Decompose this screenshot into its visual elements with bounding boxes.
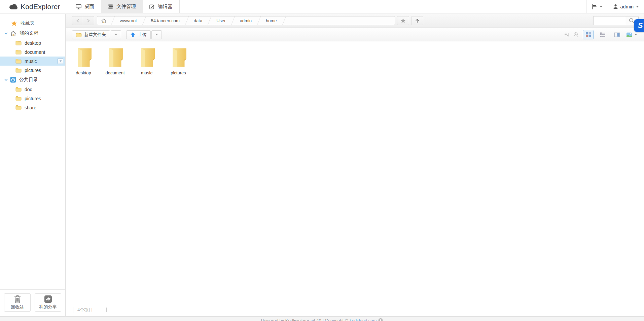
button-label: 上传 (138, 32, 147, 38)
arrow-up-icon (415, 19, 420, 23)
theme-icon (626, 32, 632, 37)
zoom-in-icon (573, 32, 579, 38)
folder-item[interactable]: document (99, 47, 131, 75)
language-menu[interactable] (586, 0, 608, 13)
chevron-down-icon (634, 34, 637, 36)
breadcrumb-item[interactable]: User (212, 18, 230, 23)
top-tabs: 桌面 文件管理 编辑器 (69, 0, 180, 13)
folder-name: pictures (163, 70, 194, 75)
search-group (593, 16, 639, 25)
breadcrumb-separator (281, 16, 287, 25)
search-input[interactable] (593, 16, 625, 25)
tab-desktop[interactable]: 桌面 (69, 0, 101, 13)
icons-view-icon (585, 32, 591, 37)
split-view-icon (614, 32, 620, 37)
folder-item[interactable]: music (131, 47, 163, 75)
view-icons-button[interactable] (583, 30, 594, 39)
folder-name: doc (25, 87, 32, 92)
breadcrumb-separator (141, 16, 147, 25)
breadcrumb-item[interactable]: data (189, 18, 207, 23)
sidebar-folder-item[interactable]: pictures (0, 66, 65, 75)
breadcrumb-item[interactable]: admin (236, 18, 256, 23)
folder-name: desktop (68, 70, 99, 75)
sidebar-section-public[interactable]: 公共目录 (0, 75, 65, 85)
sidebar-folder-item[interactable]: document (0, 47, 65, 57)
folder-icon (76, 32, 82, 37)
star-icon (400, 18, 406, 23)
recycle-bin-button[interactable]: 回收站 (4, 293, 31, 312)
breadcrumb-item[interactable]: home (261, 18, 281, 23)
item-dropdown-button[interactable] (58, 58, 63, 64)
favorite-path-button[interactable] (397, 16, 409, 25)
home-crumb-button[interactable] (97, 18, 110, 24)
extension-badge[interactable]: S (634, 19, 644, 32)
folder-icon (15, 105, 22, 110)
sidebar-folder-item[interactable]: desktop (0, 38, 65, 47)
tab-label: 编辑器 (158, 3, 173, 10)
folder-icon (15, 40, 22, 45)
my-share-button[interactable]: 我的分享 (35, 293, 61, 312)
back-button[interactable] (72, 16, 83, 25)
breadcrumb-segment: home (256, 16, 281, 25)
folder-icon (15, 68, 22, 73)
chevron-down-icon (59, 60, 62, 62)
folder-name: document (25, 49, 45, 55)
tab-file-manager[interactable]: 文件管理 (101, 0, 143, 13)
info-icon[interactable] (378, 318, 383, 321)
folder-item[interactable]: pictures (163, 47, 194, 75)
upload-button[interactable]: 上传 (126, 30, 151, 39)
sidebar-folder-item[interactable]: music (0, 57, 65, 66)
folder-icon (75, 47, 92, 68)
powered-by-text: Powered by KodExplorer v4.40 | Copyright… (261, 318, 348, 321)
folder-name: pictures (25, 68, 41, 73)
sidebar-folder-item[interactable]: share (0, 103, 65, 112)
folder-name: music (131, 70, 163, 75)
up-level-button[interactable] (411, 16, 423, 25)
folder-name: share (25, 105, 36, 110)
button-label: 回收站 (11, 304, 24, 310)
tabs-divider (179, 0, 180, 13)
breadcrumb-item[interactable]: wwwroot (115, 18, 141, 23)
user-menu[interactable]: admin (608, 0, 644, 13)
sort-icon (564, 32, 570, 37)
button-label: 我的分享 (39, 304, 57, 310)
sidebar-item-favorites[interactable]: 收藏夹 (0, 18, 65, 28)
view-split-button[interactable] (612, 30, 622, 39)
cloud-logo-icon (9, 3, 18, 10)
sidebar-folder-item[interactable]: doc (0, 85, 65, 94)
forward-button[interactable] (83, 16, 94, 25)
new-folder-group: 新建文件夹 (72, 30, 121, 39)
upload-dropdown[interactable] (151, 30, 162, 39)
toolbar-right (564, 30, 637, 39)
folder-icon (170, 47, 187, 68)
tab-label: 文件管理 (116, 3, 136, 10)
top-bar: KodExplorer 桌面 文件管理 编辑器 (0, 0, 644, 13)
breadcrumb-separator (110, 16, 115, 25)
folder-item[interactable]: desktop (68, 47, 99, 75)
file-area[interactable]: desktop document music pictures (66, 42, 644, 316)
view-list-button[interactable] (597, 30, 608, 39)
new-folder-dropdown[interactable] (111, 30, 121, 39)
breadcrumb-segment: admin (230, 16, 256, 25)
zoom-button[interactable] (573, 32, 579, 38)
list-view-icon (600, 32, 606, 37)
breadcrumb-segment: wwwroot (110, 16, 141, 25)
trash-icon (13, 295, 22, 304)
breadcrumb-segment: User (207, 16, 230, 25)
theme-button[interactable] (626, 32, 637, 37)
flag-icon (592, 4, 597, 9)
tab-editor[interactable]: 编辑器 (143, 0, 179, 13)
sidebar-folder-item[interactable]: pictures (0, 94, 65, 103)
folder-icon (15, 87, 22, 92)
sort-button[interactable] (564, 32, 570, 37)
tab-label: 桌面 (84, 3, 94, 10)
status-separator (106, 308, 107, 312)
breadcrumb-item[interactable]: 54.taocen.com (147, 18, 184, 23)
folder-name: document (99, 70, 131, 75)
sidebar-item-label: 收藏夹 (21, 20, 35, 26)
sidebar: 收藏夹 我的文档 desktop document music pictures (0, 14, 66, 316)
new-folder-button[interactable]: 新建文件夹 (72, 30, 110, 39)
home-icon (101, 18, 107, 24)
sidebar-section-my-docs[interactable]: 我的文档 (0, 28, 65, 38)
kodcloud-link[interactable]: kodcloud.com (350, 318, 377, 321)
